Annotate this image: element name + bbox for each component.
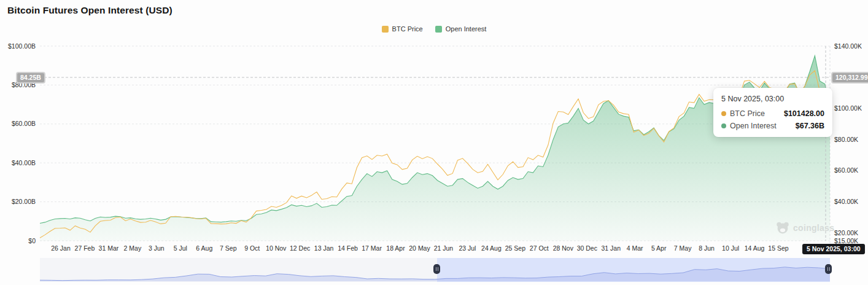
tooltip-label: BTC Price xyxy=(730,109,765,118)
tooltip-value: $101428.00 xyxy=(775,109,824,118)
x-axis-label: 25 Sep xyxy=(505,244,525,252)
x-axis-label: 2 May xyxy=(124,244,142,252)
x-axis-label: 13 Jan xyxy=(314,244,334,252)
x-axis-label: 23 Jul xyxy=(459,244,476,252)
coinglass-bear-icon xyxy=(776,222,789,234)
y-axis-label-left: $0 xyxy=(0,237,36,245)
y-axis-label-left: $20.00B xyxy=(0,198,36,206)
navigator-right-handle[interactable] xyxy=(825,264,832,274)
crosshair-left-axis-badge: 84.25B xyxy=(16,72,45,84)
x-axis-label: 4 Mar xyxy=(627,244,643,252)
tooltip-row-btc-price: BTC Price $101428.00 xyxy=(721,109,824,118)
tooltip-row-open-interest: Open Interest $67.36B xyxy=(721,122,824,130)
y-axis-label-right: $140.00K xyxy=(834,42,862,50)
crosshair-right-axis-badge: 120,312.99 xyxy=(831,72,868,84)
x-axis-label: 21 Jun xyxy=(434,244,454,252)
x-axis-label: 3 Jun xyxy=(149,244,165,252)
legend-swatch xyxy=(435,26,442,33)
chart-canvas[interactable] xyxy=(0,0,868,285)
tooltip-date: 5 Nov 2025, 03:00 xyxy=(721,95,824,103)
legend-item-btc-price[interactable]: BTC Price xyxy=(382,25,423,33)
legend-label: Open Interest xyxy=(446,25,487,33)
x-axis-label: 12 Dec xyxy=(290,244,310,252)
y-axis-label-left: $100.00B xyxy=(0,42,36,50)
legend-swatch xyxy=(382,26,389,33)
x-axis-label: 27 Oct xyxy=(530,244,549,252)
legend-label: BTC Price xyxy=(392,25,423,33)
chart-page: Bitcoin Futures Open Interest (USD) BTC … xyxy=(0,0,868,285)
y-axis-label-right: $40.00K xyxy=(834,198,858,206)
y-axis-label-right: $100.00K xyxy=(834,104,862,112)
x-axis-label: 18 Apr xyxy=(386,244,405,252)
tooltip-label: Open Interest xyxy=(730,122,777,130)
tooltip-value: $67.36B xyxy=(787,122,824,130)
btc-price-dot-icon xyxy=(721,111,726,116)
x-axis-label: 31 Jan xyxy=(601,244,621,252)
x-axis-label: 14 Feb xyxy=(338,244,358,252)
x-axis-label: 20 May xyxy=(409,244,430,252)
y-axis-label-right: $80.00K xyxy=(834,136,858,144)
x-axis-label: 7 May xyxy=(674,244,692,252)
y-axis-label-right: $60.00K xyxy=(834,166,858,174)
x-axis-label: 7 Sep xyxy=(220,244,236,252)
y-axis-label-left: $60.00B xyxy=(0,120,36,128)
crosshair-date-badge: 5 Nov 2025, 03:00 xyxy=(802,244,865,254)
y-axis-label-left: $40.00B xyxy=(0,159,36,167)
x-axis-label: 28 Nov xyxy=(553,244,573,252)
watermark-text: coinglass xyxy=(793,223,834,233)
x-axis-label: 10 Nov xyxy=(266,244,286,252)
x-axis-label: 8 Jun xyxy=(699,244,715,252)
open-interest-area xyxy=(40,56,830,241)
y-axis-label-right: $20.00K xyxy=(834,229,858,237)
x-axis-label: 24 Aug xyxy=(481,244,502,252)
x-axis-label: 27 Feb xyxy=(75,244,95,252)
legend-item-open-interest[interactable]: Open Interest xyxy=(435,25,487,33)
open-interest-dot-icon xyxy=(721,123,726,128)
x-axis-label: 9 Oct xyxy=(244,244,260,252)
x-axis-label: 17 Mar xyxy=(362,244,382,252)
x-axis-label: 26 Jan xyxy=(51,244,71,252)
x-axis-label: 30 Dec xyxy=(577,244,597,252)
watermark: coinglass xyxy=(776,222,834,234)
x-axis-label: 31 Mar xyxy=(99,244,119,252)
x-axis-label: 10 Jul xyxy=(722,244,739,252)
legend: BTC Price Open Interest xyxy=(0,25,868,33)
x-axis-label: 5 Apr xyxy=(651,244,667,252)
x-axis-label: 6 Aug xyxy=(196,244,212,252)
chart-tooltip: 5 Nov 2025, 03:00 BTC Price $101428.00 O… xyxy=(713,88,832,137)
x-axis-label: 15 Sep xyxy=(768,244,788,252)
page-title: Bitcoin Futures Open Interest (USD) xyxy=(7,5,172,16)
x-axis-label: 14 Aug xyxy=(745,244,765,252)
navigator-left-handle[interactable] xyxy=(433,264,440,274)
x-axis-label: 5 Jul xyxy=(174,244,187,252)
